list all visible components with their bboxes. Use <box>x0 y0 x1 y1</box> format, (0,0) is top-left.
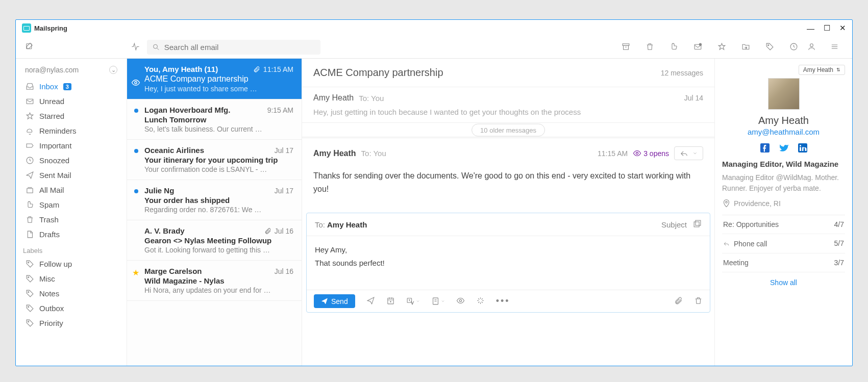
menu-icon[interactable] <box>830 42 839 53</box>
sidebar-item-unread[interactable]: Unread <box>16 94 127 109</box>
sidebar: nora@nylas.com ⌄ Inbox3UnreadStarredRemi… <box>16 59 127 366</box>
related-thread[interactable]: Re: Opportunities4/7 <box>722 215 845 234</box>
contact-bio: Managing Editor @WildMag. Mother. Runner… <box>722 172 845 194</box>
template-icon[interactable] <box>431 297 445 305</box>
file-icon <box>25 230 34 239</box>
sidebar-item-sent-mail[interactable]: Sent Mail <box>16 168 127 183</box>
close-button[interactable]: ✕ <box>839 23 846 33</box>
related-thread[interactable]: Meeting3/7 <box>722 253 845 272</box>
send-button[interactable]: Send <box>314 294 355 308</box>
sidebar-item-snoozed[interactable]: Snoozed <box>16 153 127 168</box>
schedule-icon[interactable] <box>386 296 395 307</box>
msg-subject: Lunch Tomorrow <box>144 115 293 124</box>
message-list[interactable]: You, Amy Heath (11)11:15 AM ACME Company… <box>127 59 302 366</box>
msg-from: Amy Heath <box>313 149 356 158</box>
discard-icon[interactable] <box>694 296 703 307</box>
msg-body: Thanks for sending over the documents. W… <box>313 160 703 205</box>
compose-icon[interactable] <box>25 42 34 53</box>
message-item[interactable]: ★Marge CarelsonJul 16 Wild Magazine - Ny… <box>127 261 302 301</box>
search-input[interactable] <box>164 43 315 52</box>
profile-icon[interactable] <box>807 42 816 53</box>
reply-button[interactable] <box>674 146 703 160</box>
eye-icon <box>131 78 140 87</box>
linktrack-icon[interactable] <box>476 296 485 307</box>
sidebar-item-starred[interactable]: Starred <box>16 109 127 123</box>
account-selector[interactable]: nora@nylas.com ⌄ <box>16 64 127 79</box>
attach-icon[interactable] <box>674 296 683 307</box>
mail-icon <box>25 97 34 106</box>
sidebar-item-trash[interactable]: Trash <box>16 212 127 227</box>
label-notes[interactable]: Notes <box>16 286 127 301</box>
reply-icon <box>680 149 688 158</box>
sendlater-icon[interactable] <box>366 296 375 307</box>
minimize-button[interactable]: — <box>807 24 814 33</box>
app-title: Mailspring <box>34 24 67 32</box>
label-icon[interactable] <box>765 42 774 53</box>
reply-icon <box>723 239 730 248</box>
sidebar-item-reminders[interactable]: Reminders <box>16 123 127 138</box>
label-text: Outbox <box>39 304 64 313</box>
message-item[interactable]: Oceanic AirlinesJul 17 Your itinerary fo… <box>127 140 302 180</box>
location-icon <box>722 199 731 208</box>
label-follow-up[interactable]: Follow up <box>16 257 127 271</box>
search-icon <box>152 43 160 52</box>
subject-field[interactable]: Subject <box>661 220 687 229</box>
show-all-link[interactable]: Show all <box>722 272 845 293</box>
linkedin-icon[interactable] <box>798 143 807 152</box>
sidebar-item-inbox[interactable]: Inbox3 <box>16 79 127 94</box>
eye-icon <box>633 149 641 158</box>
twitter-icon[interactable] <box>779 143 789 152</box>
to-value[interactable]: Amy Heath <box>327 220 367 229</box>
stack-icon <box>25 186 34 194</box>
label-misc[interactable]: Misc <box>16 271 127 286</box>
collapsed-message[interactable]: Amy Heath To: You Jul 14 Hey, just getti… <box>302 87 714 123</box>
archive-icon[interactable] <box>622 42 630 53</box>
svg-point-8 <box>810 43 813 46</box>
message-item[interactable]: A. V. BradyJul 16 Gearon <> Nylas Meetin… <box>127 220 302 261</box>
msg-preview: Regarding order no. 8726761: We … <box>144 206 293 214</box>
send-icon <box>321 297 328 305</box>
sidebar-item-drafts[interactable]: Drafts <box>16 227 127 242</box>
snooze-icon[interactable] <box>789 42 798 53</box>
move-icon[interactable] <box>741 42 750 53</box>
svg-rect-28 <box>800 147 801 151</box>
msg-time: 9:15 AM <box>267 106 293 114</box>
msg-from: You, Amy Heath (11) <box>144 65 218 73</box>
star-icon[interactable] <box>717 42 726 53</box>
message-item[interactable]: Julie NgJul 17 Your order has shipped Re… <box>127 180 302 220</box>
star-icon <box>25 112 34 120</box>
msg-subject: ACME Company partnership <box>144 74 293 84</box>
account-email: nora@nylas.com <box>25 66 79 74</box>
tracking-icon[interactable] <box>456 296 465 307</box>
contact-email[interactable]: amy@heathmail.com <box>722 128 845 136</box>
compose-body[interactable]: Hey Amy, That sounds perfect! <box>307 236 710 290</box>
spam-icon[interactable] <box>669 42 678 53</box>
msg-to: To: You <box>361 149 386 158</box>
msg-date: Jul 14 <box>684 94 703 102</box>
send-icon <box>25 171 34 180</box>
sidebar-item-spam[interactable]: Spam <box>16 197 127 212</box>
contact-picker[interactable]: Amy Heath ⇅ <box>799 65 845 75</box>
translate-icon[interactable] <box>406 297 420 305</box>
facebook-icon[interactable] <box>760 143 770 152</box>
more-icon[interactable]: ••• <box>496 296 510 307</box>
label-icon <box>25 304 34 313</box>
message-item[interactable]: Logan Hoverboard Mfg.9:15 AM Lunch Tomor… <box>127 99 302 140</box>
trash-icon[interactable] <box>646 42 654 53</box>
label-outbox[interactable]: Outbox <box>16 301 127 316</box>
search-box[interactable] <box>147 40 320 55</box>
sidebar-item-all-mail[interactable]: All Mail <box>16 183 127 197</box>
label-icon <box>25 289 34 298</box>
unread-icon[interactable] <box>693 42 702 53</box>
message-item[interactable]: You, Amy Heath (11)11:15 AM ACME Company… <box>127 59 302 99</box>
popout-icon[interactable] <box>693 219 702 230</box>
badge: 3 <box>63 83 71 90</box>
label-priority[interactable]: Priority <box>16 316 127 330</box>
msg-time: Jul 17 <box>275 146 293 155</box>
activity-icon[interactable] <box>131 42 140 53</box>
sidebar-item-important[interactable]: Important <box>16 138 127 153</box>
older-messages-bar[interactable]: 10 older messages <box>302 123 714 138</box>
maximize-button[interactable]: ☐ <box>824 23 830 33</box>
related-thread[interactable]: Phone call5/7 <box>722 234 845 253</box>
label-icon <box>25 319 34 327</box>
